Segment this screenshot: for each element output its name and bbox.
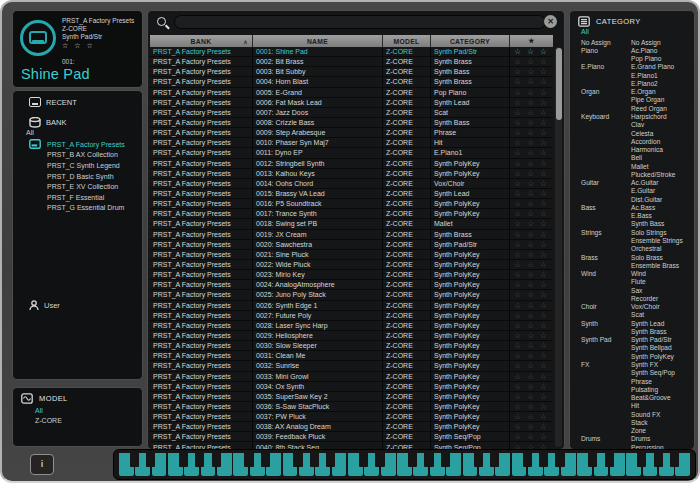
piano-black-key[interactable] [375,453,384,467]
cell-rating-stars[interactable]: ☆ ☆ ☆ [510,57,553,66]
bank-node[interactable]: BANK [29,117,66,128]
cell-rating-stars[interactable]: ☆ ☆ ☆ [510,118,553,127]
piano-black-key[interactable] [555,453,564,467]
category-row[interactable]: Phrase [581,377,690,385]
table-row[interactable]: PRST_A Factory Presets0032: SunriseZ-COR… [150,361,553,371]
cell-rating-stars[interactable]: ☆ ☆ ☆ [510,280,553,289]
cell-rating-stars[interactable]: ☆ ☆ ☆ [510,189,553,198]
cell-rating-stars[interactable]: ☆ ☆ ☆ [510,77,553,86]
category-row[interactable]: Celesta [581,129,690,137]
table-row[interactable]: PRST_A Factory Presets0011: Dyno EPZ-COR… [150,148,553,158]
category-row[interactable]: Dist.Guitar [581,195,690,203]
piano-black-key[interactable] [359,453,368,467]
recent-node[interactable]: RECENT [29,97,77,107]
category-row[interactable]: StringsSolo Strings [581,228,690,236]
category-row[interactable]: ChoirVox/Choir [581,303,690,311]
category-row[interactable]: Flute [581,278,690,286]
info-button[interactable]: i [30,454,54,475]
table-row[interactable]: PRST_A Factory Presets0013: Kaihou KeysZ… [150,169,553,179]
category-row[interactable]: SynthSynth Lead [581,319,690,327]
category-row[interactable]: BrassSolo Brass [581,253,690,261]
search-input[interactable] [174,15,546,29]
category-row[interactable]: Synth PadSynth Pad/Str [581,336,690,344]
piano-black-key[interactable] [212,453,221,467]
table-row[interactable]: PRST_A Factory Presets0026: Synth Edge 1… [150,301,553,311]
table-row[interactable]: PRST_A Factory Presets0010: Phaser Syn M… [150,138,553,148]
category-row[interactable]: Ensemble Brass [581,261,690,269]
cell-rating-stars[interactable]: ☆ ☆ ☆ [510,311,553,320]
table-row[interactable]: PRST_A Factory Presets0021: Sine PluckZ-… [150,250,553,260]
cell-rating-stars[interactable]: ☆ ☆ ☆ [510,260,553,269]
bank-tree-item[interactable]: PRST_G Essential Drum [13,203,142,214]
cell-rating-stars[interactable]: ☆ ☆ ☆ [510,301,553,310]
piano-black-key[interactable] [146,453,155,467]
bank-all-item[interactable]: All [26,129,34,136]
category-row[interactable]: Stack [581,418,690,426]
category-row[interactable]: PianoAc.Piano [581,46,690,54]
category-row[interactable]: Synth Brass [581,327,690,335]
table-row[interactable]: PRST_A Factory Presets0022: Wide PluckZ-… [150,260,553,270]
cell-rating-stars[interactable]: ☆ ☆ ☆ [510,199,553,208]
table-row[interactable]: PRST_A Factory Presets0001: Shine PadZ-C… [150,47,553,57]
category-row[interactable]: Bell [581,154,690,162]
table-row[interactable]: PRST_A Factory Presets0005: E-GrandZ-COR… [150,88,553,98]
cell-rating-stars[interactable]: ☆ ☆ ☆ [510,412,553,421]
table-row[interactable]: PRST_A Factory Presets0033: Mini GrowlZ-… [150,372,553,382]
cell-rating-stars[interactable]: ☆ ☆ ☆ [510,361,553,370]
user-node[interactable]: User [29,300,60,311]
category-row[interactable]: Plucked/Stroke [581,170,690,178]
category-row[interactable]: Pulsating [581,385,690,393]
cell-rating-stars[interactable]: ☆ ☆ ☆ [510,351,553,360]
piano-black-key[interactable] [670,453,679,467]
cell-rating-stars[interactable]: ☆ ☆ ☆ [510,108,553,117]
piano-black-key[interactable] [490,453,499,467]
cell-rating-stars[interactable]: ☆ ☆ ☆ [510,128,553,137]
table-row[interactable]: PRST_A Factory Presets0016: P5 Soundtrac… [150,199,553,209]
cell-rating-stars[interactable]: ☆ ☆ ☆ [510,250,553,259]
cell-rating-stars[interactable]: ☆ ☆ ☆ [510,47,553,56]
model-item[interactable]: All [13,406,142,416]
cell-rating-stars[interactable]: ☆ ☆ ☆ [510,402,553,411]
table-row[interactable]: PRST_A Factory Presets0004: Horn BlastZ-… [150,77,553,87]
cell-rating-stars[interactable]: ☆ ☆ ☆ [510,432,553,441]
table-row[interactable]: PRST_A Factory Presets0029: HeliosphereZ… [150,331,553,341]
table-row[interactable]: PRST_A Factory Presets0006: Fat Mask Lea… [150,98,553,108]
cell-rating-stars[interactable]: ☆ ☆ ☆ [510,169,553,178]
piano-black-key[interactable] [474,453,483,467]
column-header-category[interactable]: CATEGORY [431,35,510,47]
category-row[interactable]: Accordion [581,137,690,145]
cell-rating-stars[interactable]: ☆ ☆ ☆ [510,98,553,107]
table-row[interactable]: PRST_A Factory Presets0007: Jazz DoosZ-C… [150,108,553,118]
cell-rating-stars[interactable]: ☆ ☆ ☆ [510,372,553,381]
piano-black-key[interactable] [326,453,335,467]
category-row[interactable]: OrganE.Organ [581,88,690,96]
category-row[interactable]: Pipe Organ [581,96,690,104]
piano-black-key[interactable] [244,453,253,467]
table-row[interactable]: PRST_A Factory Presets0020: SawchestraZ-… [150,240,553,250]
cell-rating-stars[interactable]: ☆ ☆ ☆ [510,290,553,299]
category-row[interactable]: Sax [581,286,690,294]
cell-rating-stars[interactable]: ☆ ☆ ☆ [510,382,553,391]
table-row[interactable]: PRST_A Factory Presets0035: SuperSaw Key… [150,392,553,402]
bank-tree-item[interactable]: PRST_D Basic Synth [13,171,142,182]
cell-rating-stars[interactable]: ☆ ☆ ☆ [510,179,553,188]
display-rating-stars[interactable]: ☆ ☆ ☆ [62,42,134,50]
piano-black-key[interactable] [424,453,433,467]
category-row[interactable]: WindWind [581,269,690,277]
table-row[interactable]: PRST_A Factory Presets0039: Feedback Plu… [150,432,553,442]
category-row[interactable]: DrumsDrums [581,435,690,443]
category-row[interactable]: Recorder [581,294,690,302]
piano-black-key[interactable] [605,453,614,467]
table-scrollbar[interactable] [555,47,562,447]
piano-black-key[interactable] [408,453,417,467]
category-row[interactable]: Orchestral [581,245,690,253]
clear-search-button[interactable]: ✕ [544,15,557,28]
category-row[interactable]: Synth Bass [581,220,690,228]
category-row[interactable]: BassAc.Bass [581,203,690,211]
column-header-rating[interactable]: ★ [510,35,553,47]
table-row[interactable]: PRST_A Factory Presets0019: JX CreamZ-CO… [150,230,553,240]
cell-rating-stars[interactable]: ☆ ☆ ☆ [510,341,553,350]
category-row[interactable]: GuitarAc.Guitar [581,179,690,187]
table-row[interactable]: PRST_A Factory Presets0015: Brassy VA Le… [150,189,553,199]
category-row[interactable]: Synth Bellpad [581,344,690,352]
